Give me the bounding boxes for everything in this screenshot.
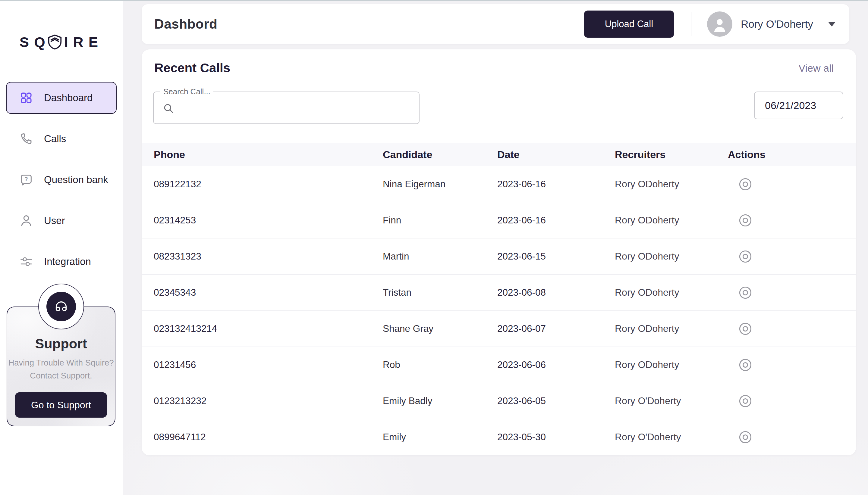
table-row: 023132413214Shane Gray2023-06-07Rory ODo… — [142, 311, 856, 347]
sidebar-item-label: User — [44, 215, 65, 226]
cell-date: 2023-05-30 — [497, 431, 615, 443]
table-row: 0899647112Emily2023-05-30Rory O'Doherty — [142, 419, 856, 455]
cell-date: 2023-06-16 — [497, 178, 615, 190]
support-card: Support Having Trouble With Squire? Cont… — [6, 307, 115, 426]
page-title: Dashbord — [154, 17, 217, 32]
cell-actions — [728, 357, 844, 373]
cell-phone: 023132413214 — [154, 323, 383, 334]
view-call-button[interactable] — [737, 321, 753, 337]
support-line1: Having Trouble With Squire? — [8, 358, 114, 367]
app-logo: SQ IRE — [0, 33, 123, 51]
view-call-button[interactable] — [737, 249, 753, 264]
table-header-row: PhoneCandidateDateRecruitersActions — [142, 143, 856, 166]
user-menu[interactable]: Rory O'Doherty — [707, 12, 835, 37]
recent-calls-card: Recent Calls View all Search Call... Pho… — [142, 49, 856, 455]
cell-phone: 01231456 — [154, 359, 383, 370]
search-icon — [162, 102, 175, 115]
sidebar: SQ IRE DashboardCalls?Question bankUserI… — [0, 0, 123, 495]
sliders-icon — [19, 255, 33, 269]
cell-candidate: Emily Badly — [383, 395, 497, 407]
question-bubble-icon: ? — [19, 173, 33, 187]
cell-recruiter: Rory ODoherty — [615, 323, 728, 334]
search-input[interactable] — [154, 92, 419, 123]
target-circle-icon — [738, 286, 753, 300]
cell-recruiter: Rory O'Doherty — [615, 395, 728, 407]
view-call-button[interactable] — [737, 176, 753, 192]
view-call-button[interactable] — [737, 393, 753, 409]
sidebar-item-integration[interactable]: Integration — [6, 246, 117, 278]
cell-candidate: Rob — [383, 359, 497, 370]
cell-recruiter: Rory ODoherty — [615, 287, 728, 298]
cell-candidate: Finn — [383, 215, 497, 226]
date-box — [754, 91, 843, 119]
cell-phone: 0899647112 — [154, 431, 383, 443]
cell-phone: 089122132 — [154, 178, 383, 190]
cell-actions — [728, 212, 844, 228]
cell-candidate: Martin — [383, 251, 497, 262]
search-box: Search Call... — [153, 91, 420, 124]
sidebar-nav: DashboardCalls?Question bankUserIntegrat… — [0, 82, 123, 278]
cell-recruiter: Rory ODoherty — [615, 251, 728, 262]
support-title: Support — [7, 336, 115, 352]
cell-actions — [728, 285, 844, 301]
support-line2: Contact Support. — [30, 371, 92, 380]
support-description: Having Trouble With Squire? Contact Supp… — [7, 357, 115, 382]
cell-date: 2023-06-08 — [497, 287, 615, 298]
cell-actions — [728, 249, 844, 264]
column-header-date: Date — [497, 149, 615, 160]
target-circle-icon — [738, 213, 753, 228]
cell-date: 2023-06-07 — [497, 323, 615, 334]
cell-phone: 0123213232 — [154, 395, 383, 407]
cell-phone: 02314253 — [154, 215, 383, 226]
view-call-button[interactable] — [737, 429, 753, 445]
sidebar-item-calls[interactable]: Calls — [6, 123, 117, 155]
table-row: 02345343Tristan2023-06-08Rory ODoherty — [142, 275, 856, 311]
recent-calls-title: Recent Calls — [154, 61, 230, 75]
shield-icon — [47, 33, 63, 51]
cell-phone: 02345343 — [154, 287, 383, 298]
view-all-link[interactable]: View all — [798, 62, 834, 74]
sidebar-item-label: Calls — [44, 133, 66, 144]
sidebar-item-user[interactable]: User — [6, 205, 117, 237]
target-circle-icon — [738, 322, 753, 336]
cell-actions — [728, 321, 844, 337]
go-to-support-button[interactable]: Go to Support — [15, 392, 107, 417]
chevron-down-icon — [828, 22, 835, 27]
user-icon — [19, 214, 33, 228]
header-actions: Upload Call Rory O'Doherty — [584, 11, 835, 38]
date-input[interactable] — [755, 100, 843, 112]
search-label: Search Call... — [160, 87, 213, 96]
cell-recruiter: Rory ODoherty — [615, 215, 728, 226]
avatar — [707, 12, 732, 37]
calls-table: PhoneCandidateDateRecruitersActions 0891… — [142, 143, 856, 455]
cell-recruiter: Rory O'Doherty — [615, 431, 728, 443]
card-head: Recent Calls View all — [142, 61, 856, 75]
column-header-recruiters: Recruiters — [615, 149, 728, 160]
sidebar-item-dashboard[interactable]: Dashboard — [6, 82, 117, 114]
grid-icon — [19, 91, 33, 105]
view-call-button[interactable] — [737, 212, 753, 228]
header-bar: Dashbord Upload Call Rory O'Doherty — [142, 4, 849, 44]
window-top-edge — [0, 0, 868, 1]
table-body: 089122132Nina Eigerman2023-06-16Rory ODo… — [142, 166, 856, 455]
cell-date: 2023-06-05 — [497, 395, 615, 407]
target-circle-icon — [738, 394, 753, 408]
target-circle-icon — [738, 358, 753, 372]
headphones-icon — [46, 292, 76, 321]
table-row: 0123213232Emily Badly2023-06-05Rory O'Do… — [142, 383, 856, 419]
view-call-button[interactable] — [737, 285, 753, 301]
table-row: 01231456Rob2023-06-06Rory ODoherty — [142, 347, 856, 383]
target-circle-icon — [738, 249, 753, 264]
upload-call-button[interactable]: Upload Call — [584, 11, 674, 38]
table-row: 082331323Martin2023-06-15Rory ODoherty — [142, 238, 856, 275]
cell-candidate: Shane Gray — [383, 323, 497, 334]
svg-text:?: ? — [24, 176, 28, 182]
sidebar-item-question-bank[interactable]: ?Question bank — [6, 164, 117, 196]
person-icon — [712, 14, 727, 34]
cell-recruiter: Rory ODoherty — [615, 178, 728, 190]
cell-actions — [728, 393, 844, 409]
view-call-button[interactable] — [737, 357, 753, 373]
sidebar-item-label: Integration — [44, 256, 91, 267]
target-circle-icon — [738, 177, 753, 191]
logo-text-prefix: SQ — [20, 34, 50, 50]
